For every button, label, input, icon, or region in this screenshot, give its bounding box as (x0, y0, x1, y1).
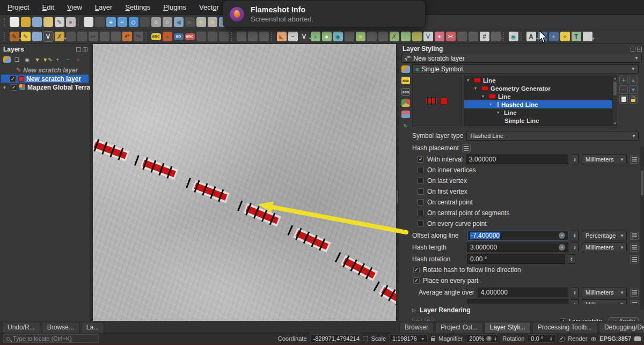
symbol-tree-item-line[interactable]: ▾Line (464, 108, 617, 116)
move-down-button[interactable]: ▼ (629, 85, 638, 94)
annotation-star-icon[interactable]: ★ (560, 32, 570, 41)
vertex-tool-all-layers-icon[interactable]: V (43, 32, 53, 41)
scroll-up-icon[interactable]: ▲ (613, 77, 617, 80)
new-3d-map-view-icon[interactable]: ★ (208, 17, 217, 27)
add-group-icon[interactable]: ❏ (13, 56, 21, 63)
data-defined-override-icon[interactable] (630, 244, 639, 252)
apply-button[interactable]: ✓ Apply (609, 317, 639, 321)
clear-value-icon[interactable]: × (486, 336, 492, 341)
interval-spinner[interactable]: ▲▼ (572, 155, 579, 164)
copy-move-feature-icon[interactable]: ● (322, 32, 332, 41)
interval-unit-select[interactable]: Millimeters▼ (582, 155, 627, 164)
checkbox[interactable] (418, 167, 424, 173)
collapse-all-icon[interactable]: − (64, 56, 72, 63)
data-defined-override-icon[interactable] (630, 232, 639, 240)
delete-ring-icon[interactable]: ✗ (390, 32, 399, 41)
data-defined-override-icon[interactable] (630, 289, 639, 297)
move-feature-icon[interactable]: ● (311, 32, 320, 41)
snapping-grid-icon[interactable]: # (480, 32, 489, 41)
scroll-thumb[interactable] (613, 82, 617, 96)
offset-unit-select[interactable]: Percentage▼ (582, 231, 627, 240)
remove-symbol-layer-button[interactable]: − (619, 85, 628, 94)
lock-scale-icon[interactable] (431, 338, 435, 341)
symbol-tree-item-line[interactable]: ▾Line (464, 76, 617, 84)
dock-tab-projectcol[interactable]: Project Col... (435, 322, 483, 333)
layer-item-mapzen-global-terrain[interactable]: ▾ ✓ Mapzen Global Terrain (0, 83, 90, 91)
extents-toggle-icon[interactable] (363, 336, 368, 341)
scroll-thumb[interactable] (641, 171, 643, 195)
scroll-down-icon[interactable]: ▼ (613, 122, 617, 125)
render-checkbox[interactable]: ✓ (559, 336, 565, 342)
float-panel-icon[interactable] (631, 47, 635, 52)
hash-rotation-spinner[interactable]: ▲▼ (568, 254, 575, 264)
layer-diagram-icon[interactable]: ● (163, 32, 172, 41)
layer-rendering-section[interactable]: ▷ Layer Rendering (412, 305, 639, 315)
styling-scrollbar[interactable] (640, 147, 644, 310)
menu-settings[interactable]: Settings (125, 3, 150, 11)
remove-layer-icon[interactable]: × (74, 56, 82, 63)
tab-labels-abc-icon[interactable]: abc (401, 77, 410, 84)
symbol-tree-item-simple-line[interactable]: Simple Line (464, 116, 617, 124)
labeling-single-icon[interactable]: ab (174, 33, 184, 40)
live-update-checkbox[interactable]: ✓ (560, 318, 566, 321)
hash-length-spinner[interactable]: ▲▼ (572, 243, 579, 252)
annotation-text-icon[interactable]: A▾ (526, 32, 536, 41)
style-redo-button[interactable]: ↷ (424, 318, 434, 321)
zoom-last-icon[interactable]: ◀ (174, 17, 184, 27)
hash-length-input[interactable]: 3.000000 × (467, 243, 568, 252)
tab-symbology-brush-icon[interactable] (401, 65, 410, 73)
vertex-tool-icon[interactable]: V▾ (299, 32, 309, 41)
crs-button[interactable]: EPSG:3857 (599, 335, 631, 342)
zoom-native-icon[interactable]: ○ (163, 17, 172, 27)
coordinate-value[interactable]: -828971,4794214 (310, 334, 360, 343)
split-parts-icon[interactable]: ✂ (446, 32, 456, 41)
open-project-icon[interactable] (21, 17, 31, 27)
close-panel-icon[interactable]: × (83, 47, 87, 52)
current-edits-icon[interactable]: ✎▾ (10, 32, 19, 41)
average-angle-input[interactable]: 4.000000 (478, 288, 568, 297)
clear-value-icon[interactable]: × (559, 244, 565, 251)
copy-layer-style-icon[interactable]: ◉ (509, 32, 518, 41)
filter-legend-icon[interactable]: ▼ (33, 56, 41, 63)
layer-visibility-checkbox[interactable]: ✓ (11, 84, 17, 91)
renderer-select[interactable]: ≡ Single Symbol ▼ (412, 64, 639, 74)
new-map-view-icon[interactable]: ★ (196, 17, 206, 27)
layer-visibility-checkbox[interactable]: ✓ (10, 76, 16, 82)
add-ring-icon[interactable]: ■ (356, 32, 365, 41)
styling-layer-select[interactable]: √" New scratch layer ▼ (401, 54, 642, 63)
magnifier-input[interactable]: 200% × ▲▼ (466, 334, 499, 343)
menu-plugins[interactable]: Plugins (163, 3, 186, 11)
map-canvas[interactable] (93, 44, 396, 321)
pan-map-icon[interactable] (84, 17, 93, 27)
style-undo-button[interactable]: ↶ (412, 318, 422, 321)
offset-spinner[interactable]: ▲▼ (572, 231, 579, 240)
modify-attributes-icon[interactable]: ✗▾ (55, 32, 64, 41)
zoom-out-icon[interactable]: − (118, 17, 127, 27)
float-panel-icon[interactable] (76, 47, 81, 52)
offset-curve-icon[interactable] (412, 32, 422, 41)
menu-vector[interactable]: Vector (199, 3, 219, 11)
dock-tab-processingtoolb[interactable]: Processing Toolb... (532, 322, 597, 333)
place-every-part-checkbox[interactable]: ✓ (413, 277, 420, 284)
magnifier-spinner[interactable]: ▲▼ (494, 336, 496, 341)
annotation-move-icon[interactable]: T (572, 32, 581, 41)
offset-along-line-input[interactable]: -7.400000 × (467, 231, 568, 240)
layer-item-new-scratch-layer[interactable]: ✓ New scratch layer (1, 75, 89, 83)
hash-rotation-input[interactable]: 0.00 ° (467, 254, 565, 264)
open-layer-styling-icon[interactable] (3, 56, 11, 63)
checkbox[interactable] (418, 178, 424, 184)
new-project-icon[interactable] (10, 17, 19, 27)
checkbox[interactable] (418, 188, 424, 195)
undo-icon[interactable]: ↶ (122, 32, 132, 41)
symbol-layer-type-select[interactable]: Hashed Line ▼ (466, 131, 639, 141)
manage-map-themes-icon[interactable]: ◉ (23, 56, 31, 63)
scale-select[interactable]: 1:198176▼ (389, 334, 428, 343)
average-angle-unit-select[interactable]: Millimeters▼ (582, 288, 627, 297)
checkbox[interactable] (418, 221, 424, 227)
data-defined-override-icon[interactable] (630, 156, 639, 164)
toggle-editing-icon[interactable]: ✎ (21, 32, 31, 41)
zoom-to-layer-icon[interactable]: ○ (151, 17, 161, 27)
zoom-in-icon[interactable]: + (106, 17, 116, 27)
move-up-button[interactable]: ▲ (629, 76, 638, 84)
save-layer-edits-icon[interactable] (32, 32, 42, 41)
